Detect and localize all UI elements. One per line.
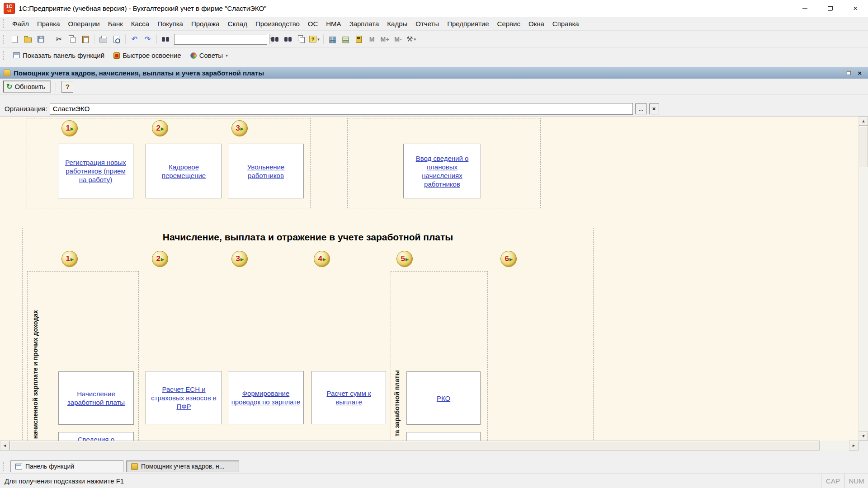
- close-icon: ×: [858, 69, 862, 77]
- scroll-up-button[interactable]: ▲: [859, 117, 868, 126]
- postings-link[interactable]: Формирование проводок по зарплате: [231, 389, 301, 406]
- find-previous-button[interactable]: [282, 33, 294, 45]
- save-button[interactable]: [35, 33, 47, 45]
- organization-select-button[interactable]: ...: [635, 103, 647, 114]
- quick-start-button[interactable]: Быстрое освоение: [110, 50, 185, 61]
- question-icon: ?: [66, 83, 70, 90]
- assistant-minimize-button[interactable]: [836, 73, 840, 73]
- tips-button[interactable]: Советы ▾: [187, 50, 231, 61]
- quick-start-label: Быстрое освоение: [123, 52, 181, 59]
- menu-os[interactable]: ОС: [304, 18, 322, 29]
- assistant-restore-button[interactable]: [846, 70, 851, 75]
- dismissal-box: Увольнение работников: [228, 144, 304, 198]
- assistant-content: 1▸ 2▸ 3▸ Регистрация новых работников (п…: [0, 117, 859, 441]
- num-lock-indicator: NUM: [844, 474, 868, 488]
- scroll-down-button[interactable]: ▼: [859, 432, 868, 441]
- vertical-scroll-thumb[interactable]: [859, 126, 868, 167]
- step-arrow-icon: ▸: [509, 256, 513, 263]
- tips-label: Советы: [199, 52, 223, 59]
- personnel-transfer-link[interactable]: Кадровое перемещение: [149, 163, 219, 180]
- step-arrow-icon: ▸: [241, 256, 244, 263]
- rko-link[interactable]: РКО: [437, 394, 450, 403]
- scroll-right-button[interactable]: ►: [849, 441, 859, 450]
- assistant-close-button[interactable]: ×: [858, 69, 862, 77]
- menu-cash[interactable]: Касса: [127, 18, 153, 29]
- tools-button[interactable]: ⚒▾: [405, 33, 417, 45]
- menu-enterprise[interactable]: Предприятие: [443, 18, 492, 29]
- assistant-window-controls: ×: [836, 69, 864, 77]
- open-button[interactable]: [22, 33, 34, 45]
- copy-button[interactable]: [66, 33, 78, 45]
- ellipsis-icon: ...: [638, 105, 643, 112]
- organization-label: Организация:: [5, 105, 47, 113]
- step-number: 2: [156, 124, 160, 133]
- paste-button[interactable]: [79, 33, 91, 45]
- help-button[interactable]: ?: [61, 81, 73, 93]
- memory-button[interactable]: М: [366, 33, 378, 45]
- menu-service[interactable]: Сервис: [494, 18, 524, 29]
- print-button[interactable]: [97, 33, 109, 45]
- help-contents-button[interactable]: ?▾: [308, 33, 321, 45]
- calendar-button[interactable]: ▤: [340, 33, 352, 45]
- cut-button[interactable]: ✂: [53, 33, 65, 45]
- payout-sums-link[interactable]: Расчет сумм к выплате: [315, 389, 383, 406]
- organization-clear-button[interactable]: ×: [649, 103, 659, 114]
- menu-edit[interactable]: Правка: [33, 18, 64, 29]
- income-info-link[interactable]: Сведения о: [78, 435, 114, 441]
- horizontal-scroll-track[interactable]: [9, 441, 849, 450]
- esn-calculation-link[interactable]: Расчет ЕСН и страховых взносов в ПФР: [149, 385, 219, 411]
- salary-accrual-link[interactable]: Начисление заработной платы: [61, 389, 131, 407]
- tab-function-panel[interactable]: Панель функций: [10, 460, 123, 472]
- memory-plus-button[interactable]: М+: [379, 33, 391, 45]
- copy-window-button[interactable]: [295, 33, 307, 45]
- tab-assistant[interactable]: Помощник учета кадров, н...: [126, 460, 239, 472]
- menu-help[interactable]: Справка: [549, 18, 583, 29]
- organization-input[interactable]: [50, 103, 633, 115]
- taskbar-grip[interactable]: [3, 462, 5, 471]
- search-combo-input[interactable]: [175, 34, 269, 44]
- menu-purchase[interactable]: Покупка: [154, 18, 187, 29]
- undo-button[interactable]: ↶: [128, 33, 141, 45]
- refresh-button[interactable]: ↻ Обновить: [3, 81, 50, 92]
- calculator-button[interactable]: [353, 33, 365, 45]
- horizontal-scroll-thumb[interactable]: [9, 441, 820, 450]
- step-number: 2: [156, 254, 160, 263]
- menu-production[interactable]: Производство: [252, 18, 303, 29]
- minimize-button[interactable]: [792, 0, 817, 17]
- table-button[interactable]: ▦: [326, 33, 339, 45]
- memory-minus-button[interactable]: М-: [392, 33, 404, 45]
- menu-salary[interactable]: Зарплата: [346, 18, 383, 29]
- menu-file[interactable]: Файл: [9, 18, 33, 29]
- dismissal-link[interactable]: Увольнение работников: [231, 163, 301, 180]
- undo-icon: ↶: [132, 36, 137, 43]
- toolbar-grip[interactable]: [3, 35, 5, 44]
- menu-nma[interactable]: НМА: [322, 18, 344, 29]
- arrow-up-icon: ▲: [862, 119, 866, 123]
- planned-accruals-link[interactable]: Ввод сведений о плановых начислениях раб…: [406, 154, 478, 188]
- show-function-panel-button[interactable]: Показать панель функций: [9, 50, 108, 61]
- find-next-button[interactable]: [269, 33, 281, 45]
- menu-reports[interactable]: Отчеты: [412, 18, 443, 29]
- step-arrow-icon: ▸: [161, 125, 164, 132]
- scroll-left-button[interactable]: ◄: [0, 441, 9, 450]
- assistant-icon: [131, 463, 138, 470]
- print-icon: [99, 38, 107, 42]
- restore-button[interactable]: [817, 0, 843, 17]
- show-function-panel-label: Показать панель функций: [23, 52, 104, 59]
- new-document-button[interactable]: [9, 33, 21, 45]
- help-go-icon: ?: [309, 36, 316, 42]
- menu-bank[interactable]: Банк: [104, 18, 127, 29]
- print-preview-button[interactable]: [110, 33, 123, 45]
- menu-warehouse[interactable]: Склад: [224, 18, 251, 29]
- menu-sales[interactable]: Продажа: [188, 18, 223, 29]
- hire-employees-link[interactable]: Регистрация новых работников (прием на р…: [61, 158, 130, 184]
- menu-hr[interactable]: Кадры: [383, 18, 411, 29]
- vertical-scroll-track[interactable]: [859, 126, 868, 432]
- redo-button[interactable]: ↷: [142, 33, 154, 45]
- toolbar-grip[interactable]: [3, 51, 5, 60]
- menu-operations[interactable]: Операции: [65, 18, 104, 29]
- menu-windows[interactable]: Окна: [525, 18, 548, 29]
- menubar-grip[interactable]: [3, 19, 5, 28]
- close-button[interactable]: ×: [843, 0, 868, 17]
- find-button[interactable]: [160, 33, 172, 45]
